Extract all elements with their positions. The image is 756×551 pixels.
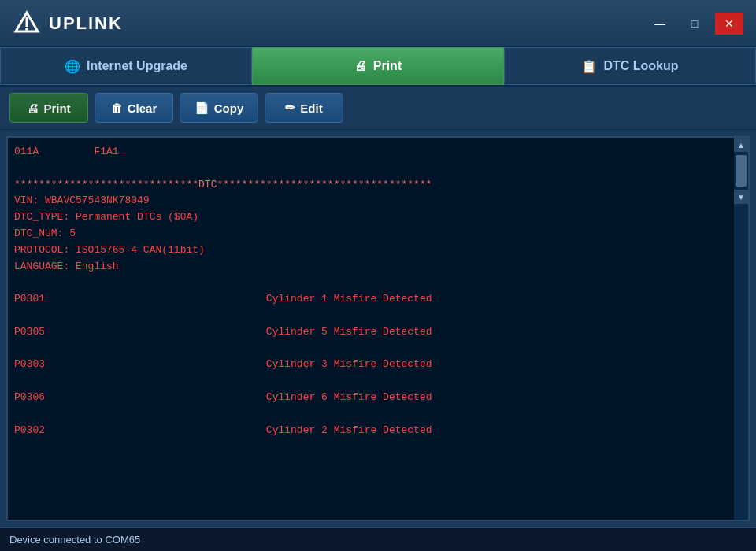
empty-line (14, 308, 729, 324)
dtc-row: P0306 Cylinder 6 Misfire Detected (14, 390, 729, 406)
edit-button[interactable]: ✏ Edit (265, 93, 343, 123)
content-area: 011A F1A1******************************D… (0, 130, 756, 527)
copy-button-label: Copy (214, 102, 244, 115)
status-bar: Device connected to COM65 (0, 527, 756, 551)
empty-line (14, 406, 729, 423)
clear-button-label: Clear (128, 102, 158, 115)
text-content: 011A F1A1******************************D… (8, 138, 748, 520)
dtc-row: P0305 Cylinder 5 Misfire Detected (14, 324, 729, 341)
text-line: PROTOCOL: ISO15765-4 CAN(11bit) (14, 242, 729, 259)
restore-button[interactable]: □ (680, 13, 709, 35)
print-button-label: Print (43, 102, 70, 115)
text-line: VIN: WBAVC57543NK78049 (14, 193, 729, 209)
text-line: DTC_TYPE: Permanent DTCs ($0A) (14, 209, 729, 226)
dtc-row: P0301 Cylinder 1 Misfire Detected (14, 291, 729, 308)
clear-button-icon: 🗑 (111, 102, 123, 115)
toolbar: 🖨 Print 🗑 Clear 📄 Copy ✏ Edit (0, 87, 756, 130)
tab-print-label: Print (373, 59, 402, 73)
text-line: DTC_NUM: 5 (14, 226, 729, 242)
print-button[interactable]: 🖨 Print (9, 93, 88, 123)
svg-point-2 (25, 28, 28, 31)
scrollbar[interactable]: ▲ ▼ (734, 138, 748, 520)
text-line: 011A F1A1 (14, 144, 729, 161)
empty-line (14, 341, 729, 357)
tab-dtc-lookup[interactable]: 📋 DTC Lookup (504, 47, 756, 85)
close-button[interactable]: ✕ (715, 13, 743, 35)
empty-line (14, 275, 729, 291)
tab-print[interactable]: 🖨 Print (252, 47, 504, 85)
tab-dtc-lookup-label: DTC Lookup (603, 59, 678, 73)
minimize-button[interactable]: — (646, 13, 674, 35)
title-bar: UPLINK — □ ✕ (0, 0, 756, 47)
tab-internet-upgrade[interactable]: 🌐 Internet Upgrade (0, 47, 252, 85)
scroll-down-button[interactable]: ▼ (734, 190, 748, 204)
text-line: LANGUAGE: English (14, 259, 729, 276)
app-logo: UPLINK (13, 9, 123, 38)
clear-button[interactable]: 🗑 Clear (94, 93, 173, 123)
empty-line (14, 373, 729, 390)
window-controls: — □ ✕ (646, 13, 743, 35)
scroll-thumb[interactable] (736, 155, 747, 187)
logo-icon (13, 9, 41, 38)
text-line: ******************************DTC*******… (14, 177, 729, 194)
print-tab-icon: 🖨 (354, 59, 367, 73)
edit-button-label: Edit (300, 102, 322, 115)
scroll-up-button[interactable]: ▲ (734, 138, 748, 152)
dtc-row: P0303 Cylinder 3 Misfire Detected (14, 357, 729, 373)
edit-button-icon: ✏ (285, 101, 295, 115)
globe-icon: 🌐 (65, 59, 80, 74)
print-button-icon: 🖨 (27, 102, 39, 115)
text-display[interactable]: 011A F1A1******************************D… (6, 136, 750, 521)
app-title: UPLINK (49, 13, 123, 34)
dtc-icon: 📋 (581, 59, 597, 74)
empty-line (14, 161, 729, 177)
nav-tabs: 🌐 Internet Upgrade 🖨 Print 📋 DTC Lookup (0, 47, 756, 87)
dtc-row: P0302 Cylinder 2 Misfire Detected (14, 423, 729, 439)
tab-internet-upgrade-label: Internet Upgrade (87, 59, 187, 73)
status-text: Device connected to COM65 (9, 534, 140, 545)
copy-button[interactable]: 📄 Copy (180, 93, 258, 123)
copy-button-icon: 📄 (195, 101, 209, 115)
